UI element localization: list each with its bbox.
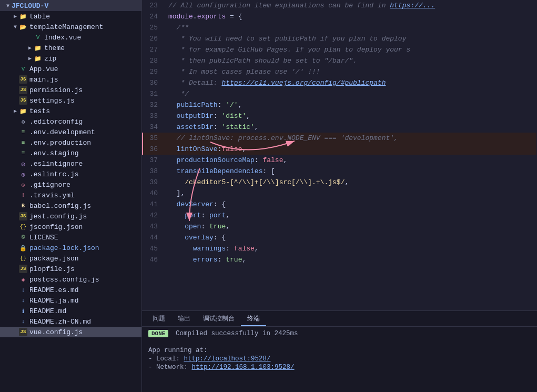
sidebar-item-readme-zhcn[interactable]: ▶ ↓ README.zh-CN.md xyxy=(0,316,141,327)
tab-terminal[interactable]: 终端 xyxy=(241,312,266,326)
table-row: 38 transpileDependencies: [ xyxy=(143,166,536,177)
sidebar-label-settings-js: settings.js xyxy=(29,97,75,105)
sidebar-item-eslintignore[interactable]: ▶ ◎ .eslintignore xyxy=(0,158,141,169)
postcss-icon: ◈ xyxy=(19,275,27,284)
line-content: errors: true, xyxy=(166,254,536,265)
table-row: 39 /ckeditor5-[^/\\]+[/\\]src[/\\].+\.js… xyxy=(143,177,536,188)
folder-icon: 📁 xyxy=(19,12,27,21)
local-label: - Local: xyxy=(148,355,180,363)
sidebar-item-gitignore[interactable]: ▶ ⊙ .gitignore xyxy=(0,179,141,190)
compile-msg: Compiled successfully in 2425ms xyxy=(176,330,298,337)
table-row: 30 * Detail: https://cli.vuejs.org/confi… xyxy=(143,77,536,88)
tab-output[interactable]: 输出 xyxy=(171,312,197,326)
sidebar-item-settings-js[interactable]: ▶ JS settings.js xyxy=(0,95,141,106)
sidebar-item-eslintrc[interactable]: ▶ ◎ .eslintrc.js xyxy=(0,169,141,179)
line-content: publicPath: '/', xyxy=(166,99,536,110)
line-number: 45 xyxy=(143,243,166,254)
sidebar-item-pkg-lock[interactable]: ▶ 🔒 package-lock.json xyxy=(0,243,141,253)
sidebar-item-tests[interactable]: ▶ 📁 tests xyxy=(0,106,141,116)
tab-debug-console[interactable]: 调试控制台 xyxy=(197,312,241,326)
table-row: 33 outputDir: 'dist', xyxy=(143,110,536,122)
templateManagement-chevron: ▼ xyxy=(12,24,19,30)
sidebar-item-readme-es[interactable]: ▶ ↓ README.es.md xyxy=(0,285,141,295)
root-chevron: ▼ xyxy=(4,3,12,9)
env-dev-icon: ≡ xyxy=(19,128,27,136)
line-content: open: true, xyxy=(166,221,536,232)
zip-folder-icon: 📁 xyxy=(34,54,42,63)
tab-issues[interactable]: 问题 xyxy=(146,312,171,326)
code-editor[interactable]: 23// All configuration item explanations… xyxy=(142,0,537,310)
root-label: JFCLOUD-V xyxy=(12,2,48,10)
sidebar-label-vue-config: vue.config.js xyxy=(29,328,83,336)
line-content: * then publicPath should be set to "/bar… xyxy=(166,55,536,66)
line-content: devServer: { xyxy=(166,199,536,210)
sidebar-item-readme[interactable]: ▶ ℹ README.md xyxy=(0,306,141,316)
sidebar-root[interactable]: ▼ JFCLOUD-V xyxy=(0,0,141,11)
line-number: 23 xyxy=(143,0,166,11)
table-row: 27 * for example GitHub Pages. If you pl… xyxy=(143,44,536,55)
line-number: 32 xyxy=(143,99,166,110)
sidebar-item-license[interactable]: ▶ © LICENSE xyxy=(0,232,141,243)
line-number: 28 xyxy=(143,55,166,66)
sidebar-label-plopfile: plopfile.js xyxy=(29,265,75,273)
app-vue-icon: V xyxy=(19,65,27,73)
app-running-line: App running at: xyxy=(148,347,531,354)
line-number: 34 xyxy=(143,122,166,133)
table-row: 28 * then publicPath should be set to "/… xyxy=(143,55,536,66)
sidebar-label-main-js: main.js xyxy=(29,76,58,84)
sidebar-item-theme[interactable]: ▶ 📁 theme xyxy=(0,43,141,53)
line-content: assetsDir: 'static', xyxy=(166,122,536,133)
sidebar-label-zip: zip xyxy=(44,55,56,63)
line-content: * Detail: https://cli.vuejs.org/config/#… xyxy=(166,77,536,88)
sidebar-item-env-dev[interactable]: ▶ ≡ .env.development xyxy=(0,127,141,137)
sidebar-item-table[interactable]: ▶ 📁 table xyxy=(0,11,141,22)
sidebar-item-templateManagement[interactable]: ▼ 📂 templateManagement xyxy=(0,22,141,32)
line-content: /ckeditor5-[^/\\]+[/\\]src[/\\].+\.js$/, xyxy=(166,177,536,188)
sidebar-label-env-prod: .env.production xyxy=(29,139,91,147)
sidebar-item-env-prod[interactable]: ▶ ≡ .env.production xyxy=(0,137,141,148)
terminal-content[interactable]: DONE Compiled successfully in 2425ms App… xyxy=(142,327,537,392)
sidebar-label-index-vue: Index.vue xyxy=(44,34,81,42)
line-number: 37 xyxy=(143,155,166,166)
sidebar-item-postcss[interactable]: ▶ ◈ postcss.config.js xyxy=(0,274,141,285)
line-content: * In most cases please use '/' !!! xyxy=(166,66,536,77)
sidebar-item-plopfile[interactable]: ▶ JS plopfile.js xyxy=(0,264,141,274)
blank-line xyxy=(148,338,531,346)
sidebar-item-jest[interactable]: ▶ JS jest.config.js xyxy=(0,211,141,222)
done-badge: DONE xyxy=(148,330,168,337)
sidebar-label-env-staging: .env.staging xyxy=(29,149,79,157)
sidebar-item-permission-js[interactable]: ▶ JS permission.js xyxy=(0,85,141,95)
vue-config-icon: JS xyxy=(19,328,27,336)
table-row: 41 devServer: { xyxy=(143,199,536,210)
local-url[interactable]: http://localhost:9528/ xyxy=(184,355,271,363)
zip-chevron: ▶ xyxy=(26,55,34,62)
line-content: ], xyxy=(166,188,536,199)
table-row: 43 open: true, xyxy=(143,221,536,232)
network-url[interactable]: http://192.168.1.103:9528/ xyxy=(192,364,295,371)
line-number: 41 xyxy=(143,199,166,210)
sidebar-item-editorconfig[interactable]: ▶ ⚙ .editorconfig xyxy=(0,116,141,127)
network-label: - Network: xyxy=(148,364,188,371)
table-row: 35 // lintOnSave: process.env.NODE_ENV =… xyxy=(143,133,536,144)
line-number: 25 xyxy=(143,22,166,33)
sidebar-label-license: LICENSE xyxy=(29,234,58,242)
sidebar-item-app-vue[interactable]: ▶ V App.vue xyxy=(0,64,141,74)
line-content: lintOnSave:false, xyxy=(166,144,536,155)
sidebar-item-env-staging[interactable]: ▶ ≡ .env.staging xyxy=(0,148,141,158)
sidebar-item-index-vue[interactable]: ▶ V Index.vue xyxy=(0,32,141,43)
sidebar-item-babel[interactable]: ▶ B babel.config.js xyxy=(0,200,141,211)
sidebar-item-main-js[interactable]: ▶ JS main.js xyxy=(0,74,141,85)
sidebar-label-babel: babel.config.js xyxy=(29,202,91,210)
vue-icon: V xyxy=(34,33,42,42)
line-content: /** xyxy=(166,22,536,33)
sidebar-item-zip[interactable]: ▶ 📁 zip xyxy=(0,53,141,64)
sidebar-item-readme-ja[interactable]: ▶ ↓ README.ja.md xyxy=(0,295,141,306)
plopfile-icon: JS xyxy=(19,265,27,273)
sidebar-item-vue-config[interactable]: ▶ JS vue.config.js xyxy=(0,327,141,337)
sidebar-item-pkg[interactable]: ▶ {} package.json xyxy=(0,253,141,264)
sidebar-label-travis: .travis.yml xyxy=(29,192,75,199)
editorconfig-icon: ⚙ xyxy=(19,117,27,126)
sidebar-item-travis[interactable]: ▶ ! .travis.yml xyxy=(0,190,141,200)
sidebar-item-jsconfig[interactable]: ▶ {} jsconfig.json xyxy=(0,222,141,232)
main-js-icon: JS xyxy=(19,75,27,84)
